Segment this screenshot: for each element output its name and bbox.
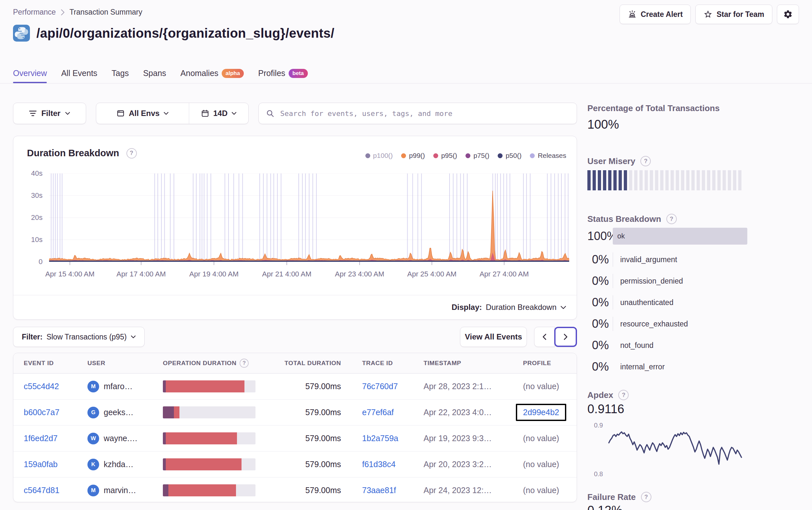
misery-bar-empty (738, 170, 742, 190)
legend-item-p100[interactable]: p100() (366, 152, 393, 159)
y-axis-label: 40s (17, 169, 42, 178)
status-breakdown-title: Status Breakdown ? (587, 214, 677, 224)
status-row-not_found: 0%not_found (587, 335, 747, 356)
misery-bar-empty (655, 170, 658, 190)
legend-dot (465, 153, 470, 158)
help-icon[interactable]: ? (666, 214, 677, 224)
help-icon[interactable]: ? (640, 156, 651, 166)
legend-label: p100() (373, 152, 393, 159)
profile-empty: (no value) (523, 382, 559, 391)
status-percent: 0% (587, 338, 609, 352)
pagination-previous-button[interactable] (534, 327, 555, 347)
tab-label: Tags (112, 68, 129, 78)
tab-tags[interactable]: Tags (112, 68, 129, 83)
legend-dot (401, 153, 406, 158)
view-all-events-button[interactable]: View All Events (460, 327, 527, 347)
apdex-sparkline (606, 422, 744, 477)
tab-overview[interactable]: Overview (13, 68, 47, 83)
transaction-summary-page: Performance Transaction Summary Create A… (0, 0, 812, 510)
environment-selector[interactable]: All Envs (96, 103, 189, 124)
y-axis-label: 0 (17, 258, 42, 266)
misery-bar-filled (587, 170, 591, 190)
operation-duration-bar (163, 407, 256, 418)
filter-controls: Filter All Envs 14D (13, 103, 577, 124)
misery-bar-empty (691, 170, 695, 190)
pct-total-title: Percentage of Total Transactions (587, 103, 720, 113)
misery-bar-empty (629, 170, 632, 190)
tab-all-events[interactable]: All Events (61, 68, 97, 83)
legend-item-p50[interactable]: p50() (498, 152, 521, 159)
events-table-body: c55c4d42Mmfaro…579.00ms76c760d7Apr 28, 2… (13, 373, 577, 502)
trace-id-link[interactable]: 73aae81f (362, 486, 396, 495)
legend-label: p99() (409, 152, 425, 159)
filter-dropdown[interactable]: Filter (13, 103, 86, 124)
events-filter-dropdown[interactable]: Filter: Slow Transactions (p95) (13, 327, 145, 347)
window-icon (116, 109, 125, 118)
status-label: unauthenticated (620, 298, 673, 307)
profile-empty: (no value) (523, 486, 559, 495)
bar-segment-red (166, 458, 242, 470)
python-project-icon (13, 25, 30, 41)
bar-segment-purple (163, 407, 174, 418)
legend-item-Releases[interactable]: Releases (530, 152, 566, 159)
legend-label: p50() (505, 152, 521, 159)
trace-id-link[interactable]: e77ef6af (362, 408, 394, 417)
trace-id-link[interactable]: 76c760d7 (362, 382, 398, 391)
tab-label: Anomalies (180, 68, 219, 78)
username: kzhda… (104, 460, 134, 469)
table-row: c55c4d42Mmfaro…579.00ms76c760d7Apr 28, 2… (13, 373, 577, 399)
help-icon[interactable]: ? (641, 492, 651, 502)
legend-item-p99[interactable]: p99() (401, 152, 425, 159)
x-axis-label: Apr 15 4:00 AM (45, 270, 95, 278)
trace-id-link[interactable]: f61d38c4 (362, 460, 396, 469)
breadcrumb: Performance Transaction Summary (13, 8, 142, 17)
status-row-ok: 100%ok (587, 227, 747, 246)
event-id-link[interactable]: c5647d81 (24, 486, 59, 495)
breadcrumb-performance[interactable]: Performance (13, 8, 56, 17)
tab-label: Spans (143, 68, 166, 78)
tab-spans[interactable]: Spans (143, 68, 166, 83)
timestamp: Apr 20, 2023 3:2… (424, 460, 523, 469)
settings-button[interactable] (777, 4, 799, 24)
username: geeks… (104, 408, 134, 417)
user-avatar: W (87, 433, 99, 444)
display-selector[interactable]: Display: Duration Breakdown (13, 295, 577, 319)
user-misery-title: User Misery ? (587, 156, 651, 166)
status-percent: 0% (587, 253, 609, 266)
status-breakdown-list: 100%ok0%invalid_argument0%permission_den… (587, 227, 747, 378)
profile-empty: (no value) (523, 434, 559, 443)
search-bar (258, 103, 577, 124)
misery-bar-empty (712, 170, 716, 190)
operation-duration-bar (163, 432, 256, 444)
pagination-next-button[interactable] (554, 327, 577, 347)
search-input[interactable] (280, 109, 570, 118)
tab-anomalies[interactable]: Anomaliesalpha (180, 68, 244, 83)
event-id-link[interactable]: b600c7a7 (24, 408, 59, 417)
bar-segment-red (174, 407, 179, 418)
help-icon[interactable]: ? (126, 148, 137, 158)
date-range-selector[interactable]: 14D (189, 103, 248, 124)
event-id-link[interactable]: 159a0fab (24, 460, 58, 469)
profile-link[interactable]: 2d99e4b2 (523, 408, 559, 417)
status-zero-tick (613, 317, 613, 331)
misery-bar-filled (618, 170, 622, 190)
event-id-link[interactable]: c55c4d42 (24, 382, 59, 391)
legend-item-p95[interactable]: p95() (433, 152, 457, 159)
legend-item-p75[interactable]: p75() (465, 152, 489, 159)
tab-profiles[interactable]: Profilesbeta (258, 68, 308, 83)
help-icon[interactable]: ? (239, 359, 249, 368)
status-row-invalid_argument: 0%invalid_argument (587, 249, 747, 270)
x-axis-label: Apr 27 4:00 AM (480, 270, 529, 278)
profile-empty: (no value) (523, 460, 559, 469)
column-timestamp: TIMESTAMP (424, 360, 523, 367)
total-duration: 579.00ms (267, 486, 341, 495)
user-avatar: M (87, 381, 99, 392)
events-filter-label: Filter: (22, 333, 42, 341)
misery-bar-filled (624, 170, 627, 190)
status-percent: 0% (587, 274, 609, 288)
event-id-link[interactable]: 1f6ed2d7 (24, 434, 58, 443)
trace-id-link[interactable]: 1b2a759a (362, 434, 398, 443)
help-icon[interactable]: ? (618, 390, 629, 400)
misery-bar-empty (676, 170, 679, 190)
duration-breakdown-chart[interactable] (49, 174, 569, 266)
